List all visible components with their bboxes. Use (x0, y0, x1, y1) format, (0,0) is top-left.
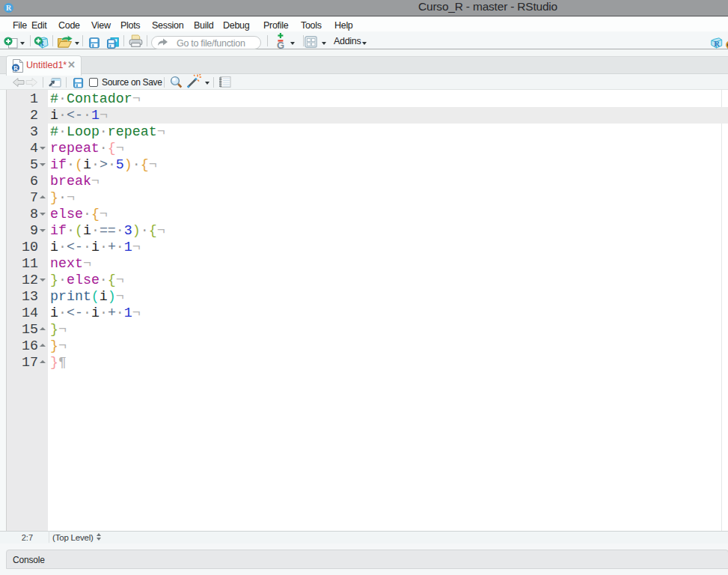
svg-text:R: R (714, 40, 720, 48)
svg-text:G: G (277, 40, 284, 49)
svg-text:R: R (13, 64, 19, 72)
